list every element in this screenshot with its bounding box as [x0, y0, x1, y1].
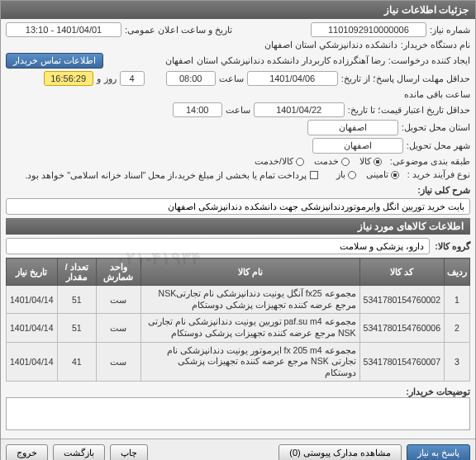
- cell-code: 5341780154760007: [359, 342, 444, 382]
- comments-label: توضیحات خریدار:: [406, 386, 470, 396]
- hour-label-2: ساعت: [226, 105, 250, 116]
- radio-dot-icon: [391, 171, 399, 179]
- buyer-org-label: نام دستگاه خریدار:: [401, 40, 470, 50]
- goods-group-label: گروه کالا:: [435, 241, 470, 252]
- radio-dot-icon: [374, 158, 382, 166]
- days-left: 4: [120, 71, 145, 86]
- deadline-date: 1401/04/06: [247, 71, 338, 86]
- valid-date: 1401/04/22: [254, 102, 345, 117]
- cell-date: 1401/04/14: [7, 314, 58, 342]
- radio-open-label: باز: [336, 169, 345, 180]
- attachments-button[interactable]: مشاهده مدارک پیوستی (0): [278, 444, 402, 460]
- classification-label: طبقه بندی موضوعی:: [390, 156, 470, 167]
- description-label: شرح کلی نیاز:: [417, 185, 470, 195]
- radio-guarantee[interactable]: تامینی: [366, 169, 399, 180]
- radio-open[interactable]: باز: [336, 169, 356, 180]
- remaining-label: ساعت باقی مانده: [404, 89, 470, 100]
- announce-dt-label: تاریخ و ساعت اعلان عمومی:: [125, 25, 232, 36]
- cell-idx: 3: [445, 342, 470, 382]
- col-code: کد کالا: [359, 258, 444, 286]
- cell-unit: ست: [96, 314, 140, 342]
- cell-idx: 1: [445, 286, 470, 314]
- cell-date: 1401/04/14: [7, 286, 58, 314]
- requester-label: ایجاد کننده درخواست:: [388, 55, 470, 66]
- cell-qty: 41: [57, 342, 96, 382]
- cell-unit: ست: [96, 286, 140, 314]
- cell-code: 5341780154760002: [359, 286, 444, 314]
- col-qty: تعداد / مقدار: [57, 258, 96, 286]
- radio-service[interactable]: خدمت: [314, 156, 350, 167]
- back-button[interactable]: بازگشت: [53, 444, 105, 460]
- cell-code: 5341780154760006: [359, 314, 444, 342]
- payment-note: پرداخت تمام یا بخشی از مبلغ خرید،از محل …: [25, 170, 306, 180]
- process-type-label: نوع فرآیند خرید :: [407, 169, 470, 180]
- hour-label-1: ساعت: [219, 74, 244, 84]
- details-panel: جزئیات اطلاعات نیاز شماره نیاز: 11010929…: [0, 0, 476, 460]
- description-input[interactable]: [6, 198, 470, 215]
- need-no-label: شماره نیاز:: [430, 25, 470, 36]
- valid-from-label: حداقل تاریخ اعتبار قیمت؛ تا تاریخ:: [348, 105, 470, 116]
- deadline-label: حداقل مهلت ارسال پاسخ؛ از تاریخ:: [341, 74, 470, 84]
- cell-name: مجموعه fx25 آنگل یونیت دندانپزشکی نام تج…: [141, 286, 360, 314]
- cell-idx: 2: [445, 314, 470, 342]
- classification-radios: کالا خدمت کالا/خدمت: [255, 156, 382, 167]
- cell-name: مجموعه paf.su m4 توربین یونیت دندانپزشکی…: [141, 314, 360, 342]
- goods-table: ردیف کد کالا نام کالا واحد شمارش تعداد /…: [6, 258, 470, 382]
- city-label: شهر محل تحویل:: [407, 140, 470, 151]
- respond-button[interactable]: پاسخ به نیاز: [407, 444, 470, 460]
- goods-group-input[interactable]: [6, 238, 430, 254]
- exit-button[interactable]: خروج: [6, 444, 48, 460]
- valid-time: 14:00: [173, 102, 222, 117]
- table-row[interactable]: 3 5341780154760007 مجموعه fx 205 m4 ایرم…: [7, 342, 470, 382]
- cell-qty: 51: [57, 286, 96, 314]
- table-row[interactable]: 1 5341780154760002 مجموعه fx25 آنگل یونی…: [7, 286, 470, 314]
- panel-title: جزئیات اطلاعات نیاز: [1, 1, 475, 19]
- radio-goods-label: کالا: [359, 156, 371, 167]
- radio-guarantee-label: تامینی: [366, 169, 388, 180]
- cell-unit: ست: [96, 342, 140, 382]
- cell-date: 1401/04/14: [7, 342, 58, 382]
- need-no-value: 1101092910000006: [311, 22, 426, 37]
- cell-name: مجموعه fx 205 m4 ایرموتور یونیت دندانپزش…: [141, 342, 360, 382]
- buyer-org-value: دانشکده دندانپزشکي استان اصفهان: [264, 40, 397, 50]
- radio-goods-service-label: کالا/خدمت: [255, 156, 293, 167]
- announce-dt-value: 1401/04/01 - 13:10: [6, 22, 121, 37]
- col-date: تاریخ نیاز: [7, 258, 58, 286]
- time-left: 16:56:29: [44, 71, 93, 86]
- col-idx: ردیف: [445, 258, 470, 286]
- province-label: استان محل تحویل:: [402, 122, 470, 133]
- radio-service-label: خدمت: [314, 156, 339, 167]
- province-value: اصفهان: [307, 120, 398, 135]
- footer-bar: پاسخ به نیاز مشاهده مدارک پیوستی (0) چاپ…: [1, 439, 475, 460]
- comments-textarea[interactable]: [6, 397, 470, 430]
- and-label: و: [97, 74, 101, 84]
- table-row[interactable]: 2 5341780154760006 مجموعه paf.su m4 تورب…: [7, 314, 470, 342]
- contact-buyer-button[interactable]: اطلاعات تماس خریدار: [6, 53, 103, 69]
- radio-dot-icon: [341, 158, 350, 166]
- deadline-time: 08:00: [166, 71, 216, 86]
- payment-checkbox[interactable]: پرداخت تمام یا بخشی از مبلغ خرید،از محل …: [25, 170, 317, 180]
- print-button[interactable]: چاپ: [110, 444, 148, 460]
- cell-qty: 51: [57, 314, 96, 342]
- col-name: نام کالا: [141, 258, 360, 286]
- day-label: روز: [104, 74, 117, 84]
- col-unit: واحد شمارش: [96, 258, 140, 286]
- city-value: اصفهان: [312, 138, 403, 154]
- process-type-radios: تامینی باز: [336, 169, 399, 180]
- radio-dot-icon: [296, 158, 304, 166]
- radio-goods[interactable]: کالا: [359, 156, 382, 167]
- goods-section-title: اطلاعات کالاهای مورد نیاز: [6, 218, 470, 235]
- radio-goods-service[interactable]: کالا/خدمت: [255, 156, 304, 167]
- checkbox-icon: [310, 171, 318, 179]
- radio-dot-icon: [348, 171, 356, 179]
- requester-value: رضا آهنگرزاده کاربردار دانشکده دندانپزشک…: [165, 55, 384, 66]
